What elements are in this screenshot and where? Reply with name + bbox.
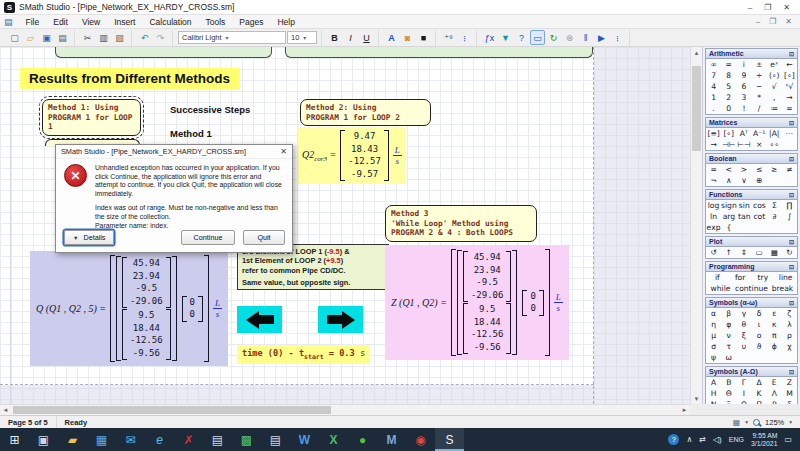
- palette-button[interactable]: ↺: [706, 247, 721, 258]
- palette-button[interactable]: |A|: [767, 128, 782, 139]
- palette-button[interactable]: ▭: [752, 247, 767, 258]
- palette-button[interactable]: tan: [737, 211, 752, 222]
- palette-button[interactable]: ln: [706, 211, 721, 222]
- palette-button[interactable]: π: [767, 330, 782, 341]
- scroll-up-icon[interactable]: ▲: [691, 47, 702, 58]
- palette-button[interactable]: cos: [752, 200, 767, 211]
- child-minimize-button[interactable]: –: [756, 17, 760, 26]
- notification-icon[interactable]: ▭: [784, 435, 792, 444]
- panel-collapse-icon[interactable]: ⊡: [789, 299, 794, 306]
- volume-icon[interactable]: ◁): [713, 435, 722, 444]
- palette-button[interactable]: ξ: [736, 330, 751, 341]
- bold-button[interactable]: B: [327, 30, 342, 45]
- clipped-region[interactable]: [55, 47, 272, 58]
- palette-button[interactable]: ≠: [782, 164, 797, 175]
- scroll-down-icon[interactable]: ▼: [691, 393, 702, 404]
- palette-button[interactable]: Μ: [782, 388, 797, 399]
- restore-button[interactable]: ❐: [764, 3, 771, 12]
- palette-button[interactable]: i: [736, 59, 751, 70]
- panel-collapse-icon[interactable]: ⊡: [789, 155, 794, 162]
- border-icon[interactable]: ■: [416, 30, 431, 45]
- palette-button[interactable]: δ: [752, 308, 767, 319]
- palette-button[interactable]: Θ: [721, 388, 736, 399]
- cut-icon[interactable]: ✂: [80, 30, 95, 45]
- save-icon[interactable]: ▣: [39, 30, 54, 45]
- results-heading[interactable]: Results from Different Methods: [20, 68, 239, 89]
- palette-button[interactable]: ϕ: [767, 341, 782, 352]
- font-name-combo[interactable]: Calibri Light ▾: [178, 31, 286, 44]
- palette-button[interactable]: ⊕: [752, 175, 767, 186]
- palette-button[interactable]: (∘): [767, 70, 782, 81]
- menu-item[interactable]: Calculation: [142, 17, 198, 27]
- palette-button[interactable]: 1: [706, 92, 721, 103]
- palette-button[interactable]: ×: [752, 139, 767, 150]
- palette-button[interactable]: Η: [706, 388, 721, 399]
- network-icon[interactable]: ⇄: [699, 435, 706, 444]
- palette-button[interactable]: κ: [767, 319, 782, 330]
- palette-button[interactable]: ρ: [782, 330, 797, 341]
- abort-icon[interactable]: ⊗: [562, 30, 577, 45]
- palette-button[interactable]: Κ: [752, 388, 767, 399]
- underline-button[interactable]: U: [359, 30, 374, 45]
- palette-button[interactable]: −: [752, 81, 767, 92]
- method3-text-box[interactable]: Method 3 'While Loop' Method using PROGR…: [385, 205, 537, 242]
- word-icon[interactable]: W: [290, 428, 319, 451]
- palette-button[interactable]: √: [767, 81, 782, 92]
- palette-button[interactable]: β: [721, 308, 736, 319]
- method2-text-box[interactable]: Method 2: Using PROGRAM 1 for LOOP 2: [300, 99, 431, 126]
- palette-button[interactable]: Λ: [767, 388, 782, 399]
- palette-button[interactable]: ∘∘: [767, 139, 782, 150]
- panel-collapse-icon[interactable]: ⊡: [789, 50, 794, 57]
- horizontal-scroll-thumb[interactable]: [13, 406, 331, 414]
- palette-button[interactable]: =: [782, 103, 797, 114]
- palette-button[interactable]: 6: [736, 81, 751, 92]
- task-view-icon[interactable]: ▣: [29, 428, 58, 451]
- menu-item[interactable]: Insert: [107, 17, 142, 27]
- tray-chevron-icon[interactable]: ∧: [686, 435, 692, 444]
- palette-button[interactable]: A⁻¹: [752, 128, 767, 139]
- palette-button[interactable]: ε: [767, 308, 782, 319]
- palette-button[interactable]: ¬: [706, 175, 721, 186]
- palette-button[interactable]: ζ: [782, 308, 797, 319]
- palette-button[interactable]: ∏: [782, 200, 797, 211]
- start-button[interactable]: ⊞: [0, 428, 29, 451]
- decimal-places-icon[interactable]: ⁺⁹: [441, 30, 456, 45]
- palette-button[interactable]: !: [736, 103, 751, 114]
- menu-item[interactable]: Help: [270, 17, 301, 27]
- palette-button[interactable]: 9: [736, 70, 751, 81]
- palette-button[interactable]: *: [752, 92, 767, 103]
- scroll-right-icon[interactable]: ►: [679, 405, 690, 415]
- time-equation-region[interactable]: time (0) - tstart = 0.3 s: [237, 345, 370, 364]
- palette-button[interactable]: →: [706, 139, 721, 150]
- palette-button[interactable]: σ: [706, 341, 721, 352]
- palette-button[interactable]: Α: [706, 377, 721, 388]
- menu-item[interactable]: File: [19, 17, 47, 27]
- palette-button[interactable]: Γ: [736, 377, 751, 388]
- palette-button[interactable]: ϑ: [752, 341, 767, 352]
- palette-button[interactable]: Β: [721, 377, 736, 388]
- menu-item[interactable]: Pages: [232, 17, 270, 27]
- internet-explorer-icon[interactable]: e: [145, 428, 174, 451]
- chevron-down-icon[interactable]: ▾: [745, 419, 748, 425]
- palette-button[interactable]: eˣ: [767, 59, 782, 70]
- align-regions-icon[interactable]: ⁝: [610, 30, 625, 45]
- palette-button[interactable]: ∂: [767, 211, 782, 222]
- q2-result-region[interactable]: Q2cor3 = 9.4718.43-12.57-9.57 L s: [298, 127, 406, 184]
- menu-item[interactable]: Tools: [198, 17, 232, 27]
- palette-button[interactable]: /: [752, 103, 767, 114]
- palette-button[interactable]: μ: [706, 330, 721, 341]
- child-restore-button[interactable]: ❐: [769, 17, 776, 26]
- menu-item[interactable]: View: [75, 17, 107, 27]
- open-icon[interactable]: ▱: [23, 30, 38, 45]
- palette-button[interactable]: λ: [782, 319, 797, 330]
- palette-button[interactable]: ∨: [736, 175, 751, 186]
- successive-steps-label[interactable]: Successive Steps: [170, 104, 250, 115]
- palette-button[interactable]: ↑: [721, 247, 736, 258]
- dialog-title-bar[interactable]: SMath Studio - [Pipe_Network_EX_HARDY_CR…: [56, 145, 292, 159]
- palette-button[interactable]: χ: [782, 341, 797, 352]
- print-icon[interactable]: ▤: [55, 30, 70, 45]
- palette-button[interactable]: arg: [721, 211, 737, 222]
- menu-item[interactable]: Edit: [46, 17, 75, 27]
- palette-button[interactable]: ÷: [752, 70, 767, 81]
- palette-button[interactable]: ∫: [782, 211, 797, 222]
